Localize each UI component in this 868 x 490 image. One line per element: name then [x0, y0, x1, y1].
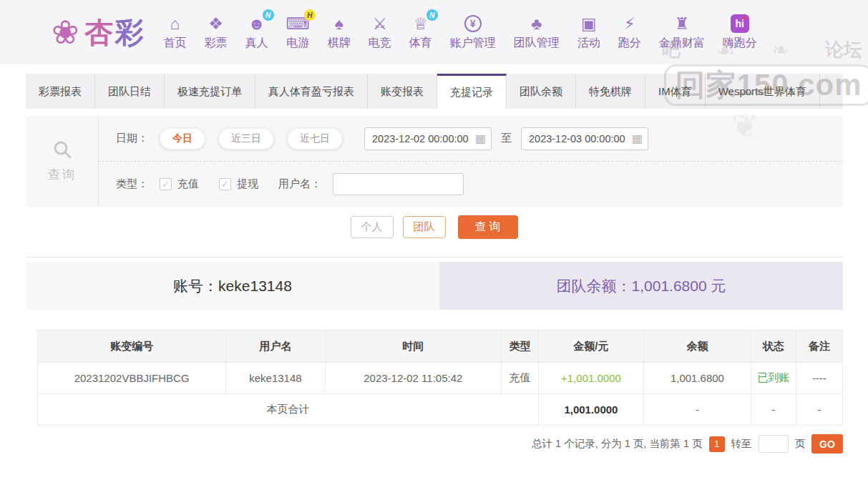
summary-label: 本页合计: [38, 394, 539, 426]
query-section-label: 查询: [26, 116, 99, 207]
calendar-icon[interactable]: ▦: [632, 132, 643, 145]
new-badge: N: [426, 9, 438, 21]
current-page-button[interactable]: 1: [709, 436, 725, 452]
personal-button[interactable]: 个人: [351, 216, 394, 238]
date-to-field[interactable]: ▦: [521, 127, 648, 150]
section-divider: [26, 257, 843, 258]
account-yuan-icon: ¥: [464, 15, 482, 32]
nav-item-golden-wealth[interactable]: ♜ 金鼎财富: [659, 14, 705, 51]
cell-balance: 1,001.6800: [644, 363, 751, 394]
nav-item-esports[interactable]: ⚔ 电竞: [369, 14, 391, 51]
brand-logo[interactable]: ❀ 杏彩: [52, 13, 145, 52]
top-navigation: ❀ 杏彩 ⌂ 首页 ❖ 彩票 ☻ 真人 N ⌨ 电游 H ♠ 棋牌 ⚔ 电竞: [0, 0, 868, 64]
nav-label: 棋牌: [328, 36, 351, 51]
date-presets: 今日 近三日 近七日: [160, 128, 343, 150]
date-from-input[interactable]: [372, 133, 472, 144]
go-button[interactable]: GO: [811, 434, 843, 454]
nav-label: 首页: [164, 36, 187, 51]
search-icon: [52, 139, 73, 161]
paofen-rhino-icon: ⚡: [624, 14, 635, 34]
header-username: 用户名: [226, 330, 325, 363]
preset-last-3-days-button[interactable]: 近三日: [218, 128, 274, 150]
hot-badge: H: [304, 9, 316, 21]
deposit-checkbox[interactable]: ✓: [160, 178, 172, 190]
pagination-summary: 总计 1 个记录, 分为 1 页, 当前第 1 页: [532, 437, 702, 451]
nav-item-promotions[interactable]: ▣ 活动: [577, 14, 600, 51]
tab-account-change[interactable]: 账变报表: [368, 74, 437, 109]
cell-change-id: 20231202VBBJIFHBCG: [38, 363, 226, 394]
page-unit-label: 页: [795, 437, 806, 451]
team-button[interactable]: 团队: [403, 216, 446, 238]
username-input[interactable]: [333, 173, 464, 195]
tab-wesports[interactable]: Wesports世界体育: [706, 74, 820, 109]
nav-label: 电游: [286, 36, 309, 51]
nav-label: 彩票: [205, 36, 228, 51]
records-table: 账变编号 用户名 时间 类型 金额/元 余额 状态 备注 20231202VBB…: [37, 330, 843, 426]
query-label: 查询: [48, 166, 77, 183]
nav-label: 金鼎财富: [659, 36, 705, 51]
pagination-bar: 总计 1 个记录, 分为 1 页, 当前第 1 页 1 转至 页 GO: [532, 434, 843, 454]
brand-char-2: 彩: [115, 16, 145, 48]
account-label: 账号：: [173, 276, 218, 296]
type-label: 类型：: [116, 177, 148, 191]
search-filter-panel: 查询 日期： 今日 近三日 近七日 ▦ 至 ▦ 类型： ✓ 充值 ✓ 提现: [26, 116, 843, 207]
tab-temian-cards[interactable]: 特免棋牌: [576, 74, 645, 109]
gift-icon: ▣: [581, 14, 597, 34]
tab-lottery-report[interactable]: 彩票报表: [26, 74, 95, 109]
brand-name: 杏彩: [85, 13, 145, 52]
nav-label: 跑分: [618, 36, 641, 51]
withdraw-checkbox[interactable]: ✓: [219, 178, 231, 190]
header-change-id: 账变编号: [38, 330, 226, 363]
nav-label: 账户管理: [450, 36, 496, 51]
nav-item-home[interactable]: ⌂ 首页: [164, 14, 187, 51]
goto-label: 转至: [731, 437, 752, 451]
nav-item-live[interactable]: ☻ 真人 N: [245, 14, 268, 51]
nav-item-team-management[interactable]: ♣ 团队管理: [514, 14, 560, 51]
date-to-input[interactable]: [529, 133, 629, 144]
tab-team-balance[interactable]: 团队余额: [507, 74, 576, 109]
nav-item-cards[interactable]: ♠ 棋牌: [328, 14, 351, 51]
header-remark: 备注: [796, 330, 842, 363]
tab-im-sports[interactable]: IM体育: [645, 74, 706, 109]
golden-tripod-icon: ♜: [674, 14, 689, 34]
table-row: 20231202VBBJIFHBCG keke13148 2023-12-02 …: [38, 363, 843, 394]
header-balance: 余额: [644, 330, 751, 363]
nav-label: 真人: [245, 36, 268, 51]
username-label: 用户名：: [278, 177, 321, 191]
tab-deposit-withdraw-records[interactable]: 充提记录: [437, 74, 507, 109]
nav-label: 嗨跑分: [723, 36, 757, 51]
account-summary-bar: 账号： keke13148 团队余额： 1,001.6800 元: [26, 262, 843, 310]
preset-last-7-days-button[interactable]: 近七日: [287, 128, 343, 150]
main-menu: ⌂ 首页 ❖ 彩票 ☻ 真人 N ⌨ 电游 H ♠ 棋牌 ⚔ 电竞 ♕ 体育 N: [164, 14, 757, 51]
cell-remark: ----: [796, 363, 842, 394]
search-button[interactable]: 查 询: [458, 215, 518, 239]
to-label: 至: [501, 132, 512, 145]
tab-live-sports-pnl[interactable]: 真人体育盈亏报表: [255, 74, 368, 109]
deposit-checkbox-label[interactable]: 充值: [177, 177, 199, 191]
nav-item-egames[interactable]: ⌨ 电游 H: [286, 14, 310, 51]
nav-item-hi-paofen[interactable]: hi 嗨跑分: [723, 14, 757, 51]
nav-item-paofen[interactable]: ⚡ 跑分: [618, 14, 641, 51]
nav-item-lottery[interactable]: ❖ 彩票: [205, 14, 228, 51]
cards-icon: ♠: [335, 14, 343, 34]
tab-quick-orders[interactable]: 极速充提订单: [165, 74, 255, 109]
header-type: 类型: [502, 330, 539, 363]
table-header-row: 账变编号 用户名 时间 类型 金额/元 余额 状态 备注: [38, 330, 843, 363]
header-status: 状态: [751, 330, 796, 363]
goto-page-input[interactable]: [759, 435, 789, 453]
nav-item-sports[interactable]: ♕ 体育 N: [409, 14, 432, 51]
date-from-field[interactable]: ▦: [364, 127, 492, 150]
date-filter-row: 日期： 今日 近三日 近七日 ▦ 至 ▦: [99, 116, 843, 162]
home-icon: ⌂: [170, 14, 180, 34]
nav-item-account-management[interactable]: ¥ 账户管理: [450, 14, 496, 51]
account-value: keke13148: [218, 278, 292, 295]
preset-today-button[interactable]: 今日: [160, 128, 205, 150]
team-balance: 团队余额： 1,001.6800 元: [439, 262, 843, 310]
tab-team-daily[interactable]: 团队日结: [95, 74, 165, 109]
action-buttons-row: 个人 团队 查 询: [0, 215, 868, 239]
calendar-icon[interactable]: ▦: [475, 132, 486, 145]
cell-username: keke13148: [226, 363, 325, 394]
brand-flower-icon: ❀: [52, 16, 79, 49]
cell-time: 2023-12-02 11:05:42: [325, 363, 501, 394]
withdraw-checkbox-label[interactable]: 提现: [237, 177, 258, 191]
